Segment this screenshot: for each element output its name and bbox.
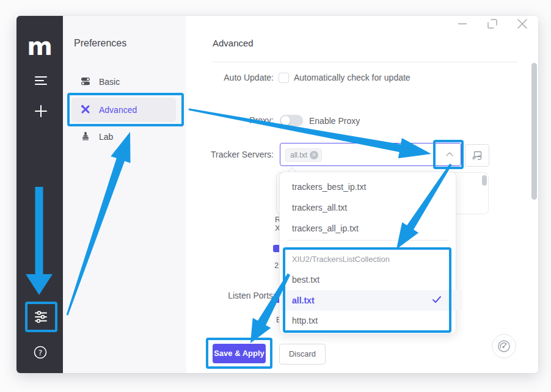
occluded-text-fragment: 2: [274, 261, 279, 270]
toggle-knob: [281, 116, 290, 125]
tracker-servers-select[interactable]: all.txt ×: [280, 143, 461, 166]
task-list-icon[interactable]: [34, 73, 48, 88]
nav-item-lab-label: Lab: [99, 132, 113, 142]
tracker-servers-label: Tracker Servers:: [139, 150, 274, 159]
sync-source-icon: [472, 150, 483, 161]
restore-button[interactable]: [484, 16, 500, 32]
tracker-dropdown: trackers_best_ip.txt trackers_all.txt tr…: [279, 172, 456, 334]
dropdown-item[interactable]: trackers_all_ip.txt: [280, 218, 462, 239]
auto-update-checkbox[interactable]: [279, 73, 289, 83]
auto-update-label: Auto Update:: [139, 73, 274, 82]
lab-stamp-icon: [81, 131, 90, 141]
title-divider: [213, 62, 518, 62]
app-sidebar: m ?: [16, 16, 63, 373]
close-button[interactable]: [514, 16, 530, 32]
proxy-label: Proxy:: [139, 115, 274, 125]
speedometer-icon: [497, 339, 511, 354]
screenshot-stage: m ?: [0, 0, 551, 392]
help-icon[interactable]: ?: [33, 345, 48, 360]
preferences-nav-panel: [63, 16, 186, 373]
nav-item-basic-label: Basic: [99, 77, 120, 87]
app-window: m ?: [16, 16, 538, 373]
sync-trackers-button[interactable]: [465, 144, 489, 167]
svg-text:?: ?: [38, 349, 42, 357]
minimize-button[interactable]: [454, 17, 470, 31]
tools-icon: [81, 104, 90, 114]
proxy-toggle-label: Enable Proxy: [309, 116, 360, 126]
nav-item-advanced-label: Advanced: [99, 105, 137, 115]
page-title: Advanced: [213, 38, 254, 48]
proxy-toggle[interactable]: [280, 115, 303, 126]
tag-close-icon[interactable]: ×: [310, 151, 318, 159]
auto-update-checkbox-label[interactable]: Automatically check for update: [294, 73, 411, 82]
toggles-icon: [81, 76, 90, 86]
app-logo: m: [16, 34, 63, 62]
speed-indicator-button[interactable]: [492, 334, 516, 358]
dropdown-item[interactable]: best.txt: [280, 269, 462, 290]
add-task-icon[interactable]: [34, 104, 48, 118]
discard-button[interactable]: Discard: [279, 344, 326, 365]
preferences-sliders-icon[interactable]: [34, 310, 48, 324]
save-apply-button[interactable]: Save & Apply: [213, 344, 266, 363]
dropdown-item[interactable]: http.txt: [280, 310, 462, 331]
nav-item-lab[interactable]: Lab: [68, 129, 178, 145]
preferences-title: Preferences: [74, 38, 126, 49]
selected-tracker-tag: all.txt ×: [285, 148, 322, 162]
dropdown-group-label: XIU2/TrackersListCollection: [292, 252, 390, 267]
check-icon: [431, 295, 442, 305]
tag-label: all.txt: [290, 151, 307, 159]
listen-ports-label: Listen Ports:: [141, 291, 276, 300]
main-scrollbar[interactable]: [531, 63, 537, 200]
dropdown-divider: [287, 240, 448, 241]
dropdown-item[interactable]: trackers_best_ip.txt: [280, 176, 462, 197]
dropdown-item[interactable]: trackers_all.txt: [280, 197, 462, 218]
chevron-up-icon[interactable]: [444, 150, 455, 159]
textarea-scrollbar[interactable]: [482, 175, 487, 186]
